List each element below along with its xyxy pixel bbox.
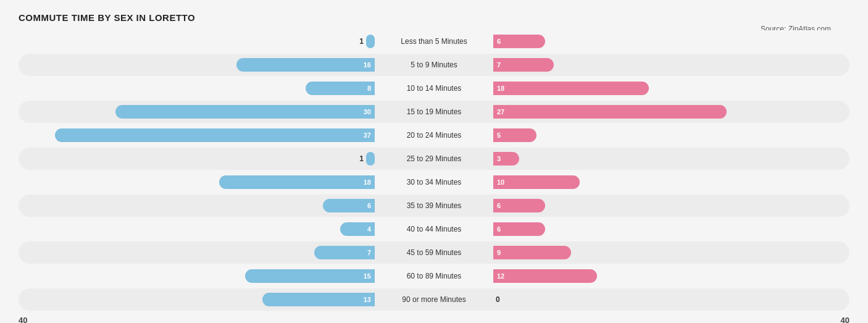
row-label: 35 to 39 Minutes [378, 201, 490, 210]
female-value: 3 [497, 155, 501, 162]
left-side: 18 [19, 175, 378, 189]
female-value: 6 [497, 225, 501, 233]
female-value: 10 [497, 178, 504, 186]
chart-row: 30 15 to 19 Minutes 27 [19, 101, 849, 123]
row-label: Less than 5 Minutes [378, 37, 490, 46]
female-value: 7 [497, 61, 501, 69]
bar-male: 15 [245, 269, 375, 283]
female-value: 27 [497, 108, 504, 115]
chart-row: 4 40 to 44 Minutes 6 [19, 218, 849, 240]
chart-row: 6 35 to 39 Minutes 6 [19, 195, 849, 217]
left-side: 15 [19, 269, 378, 283]
bar-female: 5 [493, 128, 536, 142]
male-value: 16 [364, 61, 371, 69]
bar-female: 9 [493, 246, 571, 259]
bar-section: 1 Less than 5 Minutes 6 [19, 30, 849, 52]
male-value: 8 [367, 85, 371, 92]
right-side: 7 [490, 58, 849, 72]
bar-section: 1 25 to 29 Minutes 3 [19, 148, 849, 170]
bar-section: 8 10 to 14 Minutes 18 [19, 77, 849, 99]
bar-section: 4 40 to 44 Minutes 6 [19, 218, 849, 240]
chart-row: 7 45 to 59 Minutes 9 [19, 241, 849, 264]
bar-male: 6 [323, 199, 375, 212]
bar-section: 13 90 or more Minutes 0 [19, 288, 849, 311]
male-value: 30 [364, 108, 371, 115]
bar-female: 12 [493, 269, 597, 283]
bar-section: 30 15 to 19 Minutes 27 [19, 101, 849, 123]
left-side: 37 [19, 128, 378, 142]
right-side: 0 [490, 295, 849, 304]
female-value: 18 [497, 85, 504, 92]
left-side: 7 [19, 246, 378, 259]
right-side: 12 [490, 269, 849, 283]
axis-right: 40 [841, 316, 849, 323]
left-side: 1 [19, 152, 378, 166]
row-label: 5 to 9 Minutes [378, 61, 490, 69]
axis-left: 40 [19, 316, 27, 323]
left-side: 13 [19, 293, 378, 306]
bar-female: 6 [493, 35, 545, 48]
bar-female: 6 [493, 199, 545, 212]
row-label: 15 to 19 Minutes [378, 107, 490, 116]
left-side: 6 [19, 199, 378, 212]
male-value: 6 [367, 202, 371, 209]
female-value: 6 [497, 38, 501, 45]
row-label: 40 to 44 Minutes [378, 225, 490, 233]
bar-male: 16 [236, 58, 375, 72]
bar-female: 27 [493, 105, 727, 119]
bar-male: 30 [115, 105, 375, 119]
left-side: 1 [19, 35, 378, 48]
chart-row: 8 10 to 14 Minutes 18 [19, 77, 849, 99]
bar-male: 13 [262, 293, 375, 306]
left-side: 30 [19, 105, 378, 119]
female-value: 9 [497, 249, 501, 256]
chart-row: 37 20 to 24 Minutes 5 [19, 124, 849, 146]
male-value: 7 [367, 249, 371, 256]
female-value: 6 [497, 202, 501, 209]
bar-section: 16 5 to 9 Minutes 7 [19, 54, 849, 76]
chart-row: 1 25 to 29 Minutes 3 [19, 148, 849, 170]
bar-female: 18 [493, 82, 649, 95]
female-value: 12 [497, 272, 504, 280]
row-label: 30 to 34 Minutes [378, 178, 490, 187]
male-value: 18 [364, 178, 371, 186]
row-label: 60 to 89 Minutes [378, 272, 490, 280]
bar-male: 18 [219, 175, 375, 189]
row-label: 90 or more Minutes [378, 295, 490, 304]
right-side: 9 [490, 246, 849, 259]
bar-section: 7 45 to 59 Minutes 9 [19, 241, 849, 264]
male-value: 4 [367, 225, 371, 233]
right-side: 10 [490, 175, 849, 189]
bar-female: 3 [493, 152, 519, 166]
right-side: 6 [490, 199, 849, 212]
bar-section: 15 60 to 89 Minutes 12 [19, 265, 849, 287]
right-side: 6 [490, 35, 849, 48]
male-value-outside: 1 [359, 37, 364, 46]
bar-section: 37 20 to 24 Minutes 5 [19, 124, 849, 146]
row-label: 20 to 24 Minutes [378, 131, 490, 140]
row-label: 45 to 59 Minutes [378, 248, 490, 257]
chart-row: 15 60 to 89 Minutes 12 [19, 265, 849, 287]
bar-male: 8 [306, 82, 375, 95]
male-value: 13 [364, 296, 371, 303]
bar-female: 6 [493, 222, 545, 236]
chart-row: 18 30 to 34 Minutes 10 [19, 171, 849, 193]
male-value: 37 [364, 132, 371, 139]
chart-row: 1 Less than 5 Minutes 6 [19, 30, 849, 52]
right-side: 5 [490, 128, 849, 142]
right-side: 3 [490, 152, 849, 166]
chart-title: COMMUTE TIME BY SEX IN LORETTO [19, 12, 849, 23]
left-side: 4 [19, 222, 378, 236]
right-side: 27 [490, 105, 849, 119]
bar-section: 18 30 to 34 Minutes 10 [19, 171, 849, 193]
female-value-outside: 0 [496, 295, 500, 304]
bar-male: 37 [55, 128, 375, 142]
chart-container: 1 Less than 5 Minutes 6 16 5 to 9 Minute… [19, 30, 849, 323]
axis-row: 40 40 [19, 312, 849, 323]
bar-male: 7 [314, 246, 375, 259]
right-side: 18 [490, 82, 849, 95]
male-value: 15 [364, 272, 371, 280]
right-side: 6 [490, 222, 849, 236]
female-value: 5 [497, 132, 501, 139]
rows-container: 1 Less than 5 Minutes 6 16 5 to 9 Minute… [19, 30, 849, 311]
